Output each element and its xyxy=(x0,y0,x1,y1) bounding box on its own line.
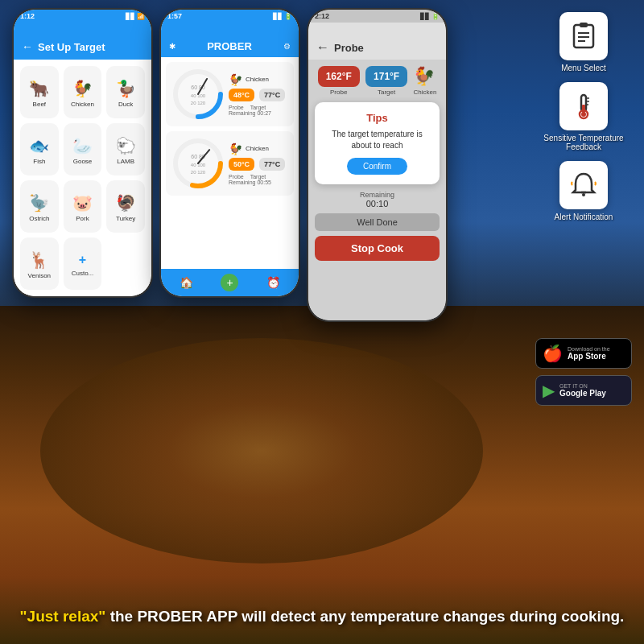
probe-card-2: 60 80 40 100 20 120 🐓 Chicken 50°C xyxy=(166,131,294,196)
temperature-icon-box xyxy=(559,82,608,130)
meat-beef[interactable]: 🐂 Beef xyxy=(20,66,59,118)
target-temp-display: 171°F xyxy=(365,66,407,87)
meat-venison[interactable]: 🦌 Venison xyxy=(20,237,59,290)
custom-icon: + xyxy=(79,253,86,267)
probe1-info: 🐓 Chicken 48°C 77°C Probe Target xyxy=(229,73,289,116)
confirm-button[interactable]: Confirm xyxy=(347,158,407,175)
probe1-temp: 48°C xyxy=(229,89,254,101)
svg-point-25 xyxy=(582,193,585,196)
target1-label-text: Target xyxy=(250,105,266,110)
meat-pork[interactable]: 🐷 Pork xyxy=(64,180,102,233)
meat-duck[interactable]: 🦆 Duck xyxy=(106,66,145,118)
meat-lamb[interactable]: 🐑 LAMB xyxy=(106,123,145,175)
probe-temp-display: 162°F xyxy=(318,66,360,87)
venison-icon: 🦌 xyxy=(29,250,49,270)
probe-meat-label: Chicken xyxy=(413,89,436,96)
svg-text:20 120: 20 120 xyxy=(191,170,206,175)
custom-label: Custo... xyxy=(72,270,94,277)
google-play-text: GET IT ON Google Play xyxy=(559,383,606,398)
phone3-title: Probe xyxy=(334,42,364,54)
target-reading-label: Target xyxy=(365,89,407,96)
target2-label-text: Target xyxy=(250,174,266,180)
tips-modal: Tips The target temperature is about to … xyxy=(315,102,440,184)
meat-custom[interactable]: + Custo... xyxy=(64,237,102,290)
probe2-temp: 50°C xyxy=(229,158,254,171)
phone2-header: ✱ PROBER ⚙ xyxy=(161,23,299,57)
meat-turkey[interactable]: 🦃 Turkey xyxy=(106,180,145,233)
probe1-target: 77°C xyxy=(259,89,285,101)
phone3-time: 2:12 xyxy=(315,12,329,20)
svg-text:20 120: 20 120 xyxy=(191,101,206,105)
well-done-button[interactable]: Well Done xyxy=(315,213,440,231)
beef-icon: 🐂 xyxy=(29,79,49,98)
app-badges: 🍎 Download on the App Store ▶ GET IT ON … xyxy=(535,338,632,406)
chicken-icon-2: 🐓 xyxy=(229,142,242,155)
gauge-2: 60 80 40 100 20 120 xyxy=(171,136,225,191)
stop-cook-button[interactable]: Stop Cook xyxy=(315,236,440,261)
probe2-remaining: Remaining 00:55 xyxy=(229,180,289,185)
phone3-signal: ▊▊ 🔋 xyxy=(420,13,440,20)
alarm-icon[interactable]: ⏰ xyxy=(266,276,280,289)
phone1-time: 1:12 xyxy=(20,12,35,20)
phone2-signal: ▊▊ 🔋 xyxy=(273,13,292,20)
ostrich-label: Ostrich xyxy=(29,215,49,222)
ostrich-icon: 🦤 xyxy=(29,193,49,213)
gauge-1: 60 80 40 100 20 120 xyxy=(171,67,225,122)
menu-select-icon-box xyxy=(559,12,608,60)
phone3-back[interactable]: ← xyxy=(316,40,329,55)
temperature-label: Sensitive Temperature Feedback xyxy=(535,134,632,151)
google-play-badge[interactable]: ▶ GET IT ON Google Play xyxy=(535,375,632,406)
lamb-icon: 🐑 xyxy=(116,136,136,155)
meat-chicken[interactable]: 🐓 Chicken xyxy=(64,66,102,118)
turkey-icon: 🦃 xyxy=(116,193,136,213)
phone3-header: ← Probe xyxy=(308,23,446,60)
meat-ostrich[interactable]: 🦤 Ostrich xyxy=(20,180,59,233)
probe2-label-text: Probe xyxy=(229,174,244,180)
pork-icon: 🐷 xyxy=(72,193,93,213)
feature-temperature: Sensitive Temperature Feedback xyxy=(535,82,632,151)
target-reading-container: 171°F Target xyxy=(365,66,407,96)
probe-readings: 162°F Probe 171°F Target 🐓 Chicken xyxy=(315,66,440,96)
goose-label: Goose xyxy=(73,158,93,165)
tagline-quote: "Just relax" xyxy=(20,608,106,625)
menu-select-label: Menu Select xyxy=(561,64,606,72)
probe-card-1: 60 80 40 100 20 120 🐓 Chicken 48°C xyxy=(166,62,294,126)
clipboard-icon xyxy=(569,22,598,51)
meat-goose[interactable]: 🦢 Goose xyxy=(64,123,102,175)
phone2-content: 60 80 40 100 20 120 🐓 Chicken 48°C xyxy=(161,57,299,269)
alert-icon-box xyxy=(559,161,608,209)
turkey-label: Turkey xyxy=(116,215,135,222)
goose-icon: 🦢 xyxy=(72,136,93,155)
pork-label: Pork xyxy=(76,215,89,222)
phones-container: 1:12 ▊▊ 📶 ← Set Up Target 🐂 Beef 🐓 xyxy=(12,8,448,322)
probe-meat-icon: 🐓 xyxy=(413,66,435,86)
google-play-top: GET IT ON xyxy=(559,383,606,389)
duck-icon: 🦆 xyxy=(116,79,136,98)
add-probe-button[interactable]: + xyxy=(221,274,238,291)
probe-reading-container: 162°F Probe xyxy=(318,66,360,96)
chicken-label: Chicken xyxy=(71,101,94,108)
phone1-title: Set Up Target xyxy=(38,41,105,53)
thermometer-icon xyxy=(569,92,598,121)
remaining-time-display: 00:10 xyxy=(315,199,440,208)
settings-icon[interactable]: ⚙ xyxy=(283,42,291,51)
probe2-meat-label: Chicken xyxy=(246,145,269,152)
probe-reading-label: Probe xyxy=(318,89,360,96)
app-store-badge[interactable]: 🍎 Download on the App Store xyxy=(535,338,632,369)
feature-alert: Alert Notification xyxy=(535,161,632,221)
features-panel: Menu Select Sensitive Temperature Feedba… xyxy=(535,12,632,221)
meat-fish[interactable]: 🐟 Fish xyxy=(20,123,59,175)
home-icon[interactable]: 🏠 xyxy=(180,276,193,289)
phone3-content: 162°F Probe 171°F Target 🐓 Chicken xyxy=(308,60,446,320)
svg-rect-13 xyxy=(580,23,588,27)
phone-3: 2:12 ▊▊ 🔋 ← Probe 162°F Probe xyxy=(307,8,448,322)
phone1-header: ← Set Up Target xyxy=(14,23,151,60)
probe2-info: 🐓 Chicken 50°C 77°C Probe Target xyxy=(229,142,289,185)
back-button[interactable]: ← xyxy=(22,40,33,53)
meat-grid: 🐂 Beef 🐓 Chicken 🦆 Duck 🐟 Fish xyxy=(14,60,151,296)
svg-rect-23 xyxy=(582,105,585,113)
app-store-main: App Store xyxy=(568,352,610,361)
phone2-time: 1:57 xyxy=(167,12,182,20)
probe2-target: 77°C xyxy=(259,158,285,171)
tips-title: Tips xyxy=(324,112,430,124)
